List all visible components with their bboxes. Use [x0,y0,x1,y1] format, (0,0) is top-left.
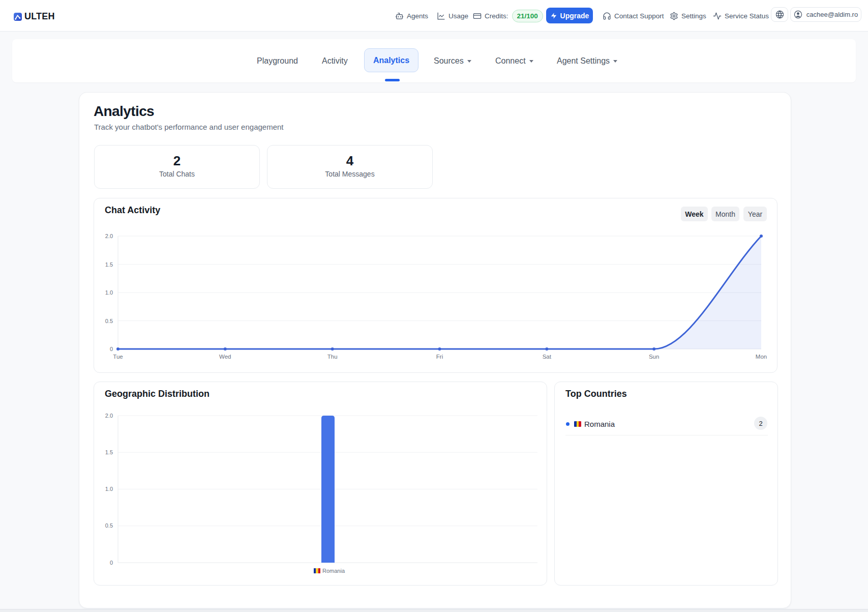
svg-text:1.0: 1.0 [105,289,113,296]
svg-text:0.5: 0.5 [105,522,113,529]
svg-text:2.0: 2.0 [105,413,113,419]
svg-text:1.5: 1.5 [105,261,113,268]
svg-text:Tue: Tue [113,354,123,360]
svg-text:0: 0 [110,560,113,566]
svg-text:1.0: 1.0 [105,486,113,492]
svg-text:2.0: 2.0 [105,233,113,239]
svg-text:Thu: Thu [327,354,338,360]
svg-text:Wed: Wed [219,354,231,360]
svg-text:0: 0 [110,346,113,352]
svg-text:Fri: Fri [436,354,443,360]
svg-text:Romania: Romania [322,568,345,574]
svg-text:Sun: Sun [649,354,659,360]
svg-text:0.5: 0.5 [105,318,113,324]
svg-text:1.5: 1.5 [105,449,113,455]
svg-text:Sat: Sat [543,354,552,360]
svg-text:Mon: Mon [756,354,767,360]
